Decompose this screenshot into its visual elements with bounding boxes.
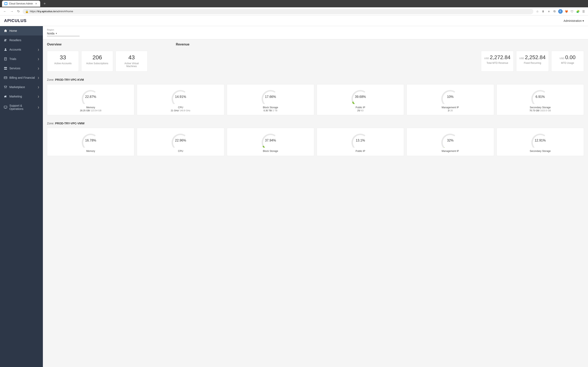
sidebar-label-support: Support & Operations [9,104,35,110]
support-icon [4,105,7,109]
gauge-name: Block Storage [263,106,278,109]
reader-icon[interactable]: ≡ [547,9,551,13]
forward-button[interactable]: → [9,9,14,14]
pocket-icon[interactable]: ⬇ [541,9,545,13]
gauge-percent: 6.91% [536,95,545,99]
gauge-wrap: 32% [440,131,460,148]
reload-button[interactable]: ↻ [16,8,21,14]
extension-icon[interactable]: 🦊 [564,9,568,13]
sidebar-item-support[interactable]: Support & Operations ❯ [0,101,43,113]
zone-title-1: Zone: PROD-TRY-VPC-VMW [47,122,584,125]
chevron-icon-accounts: ❯ [38,49,39,51]
bookmark-icon[interactable]: ☆ [535,9,539,13]
gauge-name: Memory [86,150,95,152]
pip-icon[interactable]: ⧉ [553,9,557,13]
gauge-name: Secondary Storage [530,150,551,152]
app-logo: APICULUS [4,18,26,23]
admin-menu-button[interactable]: Administration ▾ [563,19,584,22]
gauge-card-0-0: 22.87% Memory 28.25 GB/ 123.54 GB [47,84,134,115]
gauge-card-0-3: 39.68% Public IP 25/ 63 [317,84,404,115]
sidebar-item-services[interactable]: Services ❯ [0,64,43,73]
gauge-percent: 14.91% [175,95,186,99]
stat-label: Active Subscriptions [85,62,110,65]
svg-point-2 [6,39,7,40]
extensions-icon[interactable]: 🧩 [576,9,580,13]
sidebar-item-marketplace[interactable]: Marketplace ❯ [0,82,43,92]
gauge-percent: 22.87% [85,95,96,99]
sidebar-item-home[interactable]: Home [0,26,43,35]
gauge-card-0-2: 17.66% Block Storage 0.35 TB/ 2 TB [227,84,314,115]
region-select[interactable]: Noida ▾ [47,32,80,36]
gauge-card-1-0: 16.78% Memory [47,128,134,156]
url-text: https://try.apiculus.io/admin/#/home [30,10,73,13]
chevron-icon-billing: ❯ [38,77,39,79]
gauge-grid-1: 16.78% Memory 22.96% CPU 37.94% Block St… [47,128,584,156]
services-icon [4,67,7,70]
revenue-stat-card-1: USD 2,252.84 Fixed Recurring [516,51,549,72]
stat-number: 206 [85,55,110,60]
gauge-wrap: 22.87% [80,88,101,104]
sidebar-item-billing[interactable]: Billing and Financial ❯ [0,73,43,82]
browser-tab[interactable]: Cloud Services Admin ✕ [2,1,40,7]
gauge-wrap: 39.68% [350,88,371,104]
gauge-percent: 13.1% [356,139,365,142]
region-dropdown-icon: ▾ [56,32,57,35]
gauge-wrap: 10% [440,88,460,104]
sidebar-item-trials[interactable]: Trials ❯ [0,54,43,64]
gauge-sub: 25/ 63 [357,109,364,112]
revenue-stat-card-0: USD 2,272.84 Total MTD Revenue [481,51,514,72]
new-tab-button[interactable]: + [42,2,47,6]
gauge-percent: 17.66% [265,95,276,99]
trials-icon [4,57,7,61]
accounts-icon [4,48,7,51]
revenue-label: Total MTD Revenue [484,62,510,64]
sidebar-label-resellers: Resellers [9,39,39,42]
stat-label: Active Accounts [51,62,75,65]
billing-icon [4,76,7,80]
url-bar[interactable]: 🔒 https://try.apiculus.io/admin/#/home [23,8,533,14]
gauge-wrap: 12.91% [530,131,550,148]
back-button[interactable]: ← [2,9,7,14]
svg-point-15 [6,88,6,88]
region-value: Noida [47,32,54,35]
usd-label: USD [560,57,564,59]
gauge-percent: 22.96% [175,139,186,142]
gauge-wrap: 22.96% [170,131,191,148]
revenue-stat-card-2: USD 0.00 MTD Usage [551,51,584,72]
overview-title: Overview [47,43,61,46]
chevron-icon-marketing: ❯ [38,95,39,98]
sidebar-item-resellers[interactable]: Resellers [0,35,43,45]
svg-point-3 [5,48,6,50]
sidebar-item-accounts[interactable]: Accounts ❯ [0,45,43,54]
svg-point-0 [5,3,7,5]
overview-stat-card-1: 206Active Subscriptions [81,51,113,72]
browser-chrome: Cloud Services Admin ✕ + [0,0,588,7]
sidebar-label-marketplace: Marketplace [9,85,35,89]
sidebar-label-services: Services [9,67,35,70]
app-body: Home Resellers Accounts ❯ Trials ❯ Servi… [0,26,588,367]
gauge-name: Management IP [442,150,459,152]
revenue-number: 2,272.84 [490,55,510,60]
sidebar: Home Resellers Accounts ❯ Trials ❯ Servi… [0,26,43,367]
tab-favicon [4,2,7,5]
overview-section: Overview Revenue 33Active Accounts206Act… [43,39,588,75]
zone2-section: Zone: PROD-TRY-VPC-VMW 16.78% Memory 22.… [43,118,588,159]
zone-title-0: Zone: PROD-TRY-VPC-KVM [47,78,584,81]
marketing-icon [4,95,7,98]
admin-label: Administration [563,19,582,22]
profile-icon[interactable]: K [558,9,563,14]
shield-icon[interactable]: 🛡 [570,9,574,13]
revenue-label: MTD Usage [555,62,580,64]
secure-icon: 🔒 [25,10,29,13]
menu-icon[interactable]: ☰ [581,9,586,13]
svg-point-11 [6,69,7,69]
revenue-number-wrap: USD 2,252.84 [520,55,545,60]
sidebar-label-billing: Billing and Financial [9,76,35,79]
gauge-card-1-4: 32% Management IP [406,128,494,156]
gauge-name: Public IP [355,106,365,109]
sidebar-item-marketing[interactable]: Marketing ❯ [0,92,43,101]
revenue-label: Fixed Recurring [520,62,545,64]
overview-revenue-wrapper: 33Active Accounts206Active Subscriptions… [47,51,584,72]
tab-close-button[interactable]: ✕ [35,2,38,5]
gauge-card-0-4: 10% Management IP 2/ 20 [406,84,494,115]
